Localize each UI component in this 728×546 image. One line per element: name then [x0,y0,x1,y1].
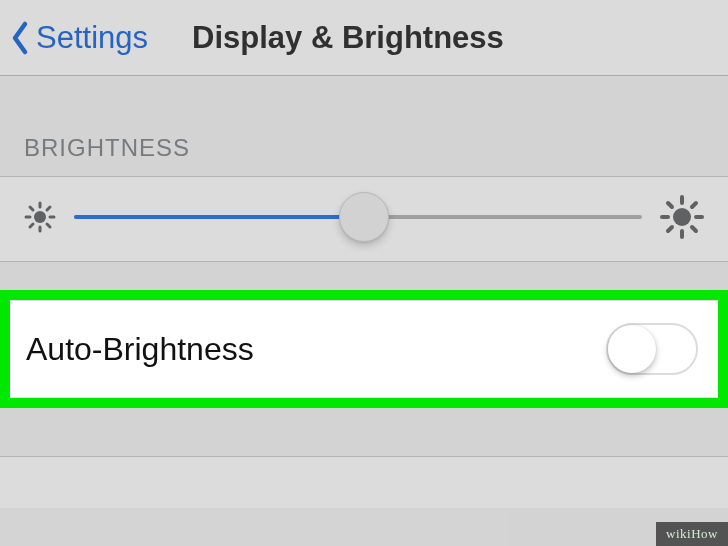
highlighted-row: Auto-Brightness [0,290,728,408]
svg-line-16 [668,227,672,231]
svg-line-5 [30,207,33,210]
page-title: Display & Brightness [192,20,504,56]
chevron-left-icon [8,18,32,58]
svg-line-8 [47,207,50,210]
svg-line-17 [692,203,696,207]
sun-large-icon [660,195,704,239]
navigation-bar: Settings Display & Brightness [0,0,728,76]
next-section-row [0,456,728,508]
auto-brightness-label: Auto-Brightness [26,331,254,368]
watermark: wikiHow [656,522,728,546]
toggle-knob [608,325,656,373]
brightness-slider-row [0,176,728,262]
section-header-brightness: BRIGHTNESS [0,76,728,176]
svg-line-14 [668,203,672,207]
svg-point-9 [673,208,691,226]
brightness-slider[interactable] [74,197,642,237]
svg-line-6 [47,224,50,227]
sun-small-icon [24,201,56,233]
svg-point-0 [34,211,46,223]
auto-brightness-row: Auto-Brightness [10,300,718,398]
svg-line-15 [692,227,696,231]
svg-line-7 [30,224,33,227]
back-label: Settings [36,20,148,56]
auto-brightness-toggle[interactable] [606,323,698,375]
slider-thumb[interactable] [339,192,389,242]
back-button[interactable]: Settings [8,18,148,58]
